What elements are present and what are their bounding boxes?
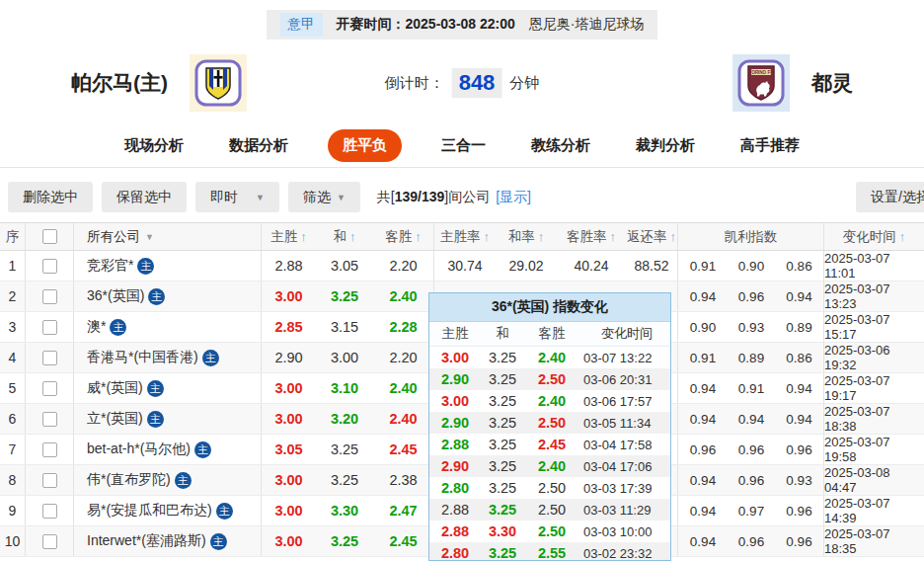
popup-home-odds: 2.80 [429, 542, 481, 561]
kelly-value-3: 0.89 [775, 312, 824, 342]
away-odds[interactable]: 2.40 [373, 373, 434, 403]
countdown-label: 倒计时： [385, 74, 444, 93]
away-odds[interactable]: 2.38 [373, 465, 434, 495]
row-checkbox-cell [26, 435, 74, 464]
row-checkbox[interactable] [42, 259, 57, 274]
home-odds[interactable]: 3.05 [262, 435, 316, 464]
delete-selected-button[interactable]: 删除选中 [8, 182, 93, 212]
kelly-value-3: 0.96 [775, 526, 824, 556]
row-checkbox[interactable] [42, 289, 57, 304]
home-odds[interactable]: 3.00 [262, 465, 316, 495]
instant-dropdown[interactable]: 即时▼ [195, 182, 279, 212]
col-draw-odds[interactable]: 和↑ [316, 223, 373, 250]
popup-change-time: 03-02 23:32 [579, 542, 670, 561]
draw-odds[interactable]: 3.25 [316, 526, 373, 556]
tab-6[interactable]: 裁判分析 [630, 129, 701, 162]
row-checkbox[interactable] [42, 351, 57, 365]
home-odds[interactable]: 2.88 [262, 251, 316, 280]
row-checkbox[interactable] [42, 473, 57, 488]
company-name[interactable]: 香港马*(中国香港)主 [74, 343, 262, 372]
col-home-rate[interactable]: 主胜率↑ [434, 223, 496, 250]
popup-row: 2.883.252.5003-03 11:29 [429, 499, 670, 521]
home-team: 帕尔马(主) [71, 54, 247, 112]
row-checkbox[interactable] [42, 412, 57, 427]
draw-odds[interactable]: 3.00 [316, 343, 373, 372]
draw-odds[interactable]: 3.10 [316, 373, 373, 403]
tab-2[interactable]: 数据分析 [223, 129, 294, 162]
row-seq: 5 [0, 373, 26, 403]
away-odds[interactable]: 2.45 [373, 435, 434, 464]
kelly-value-3: 0.86 [775, 251, 824, 280]
company-name[interactable]: Interwet*(塞浦路斯)主 [74, 526, 262, 556]
col-return-rate[interactable]: 返还率↑ [626, 223, 678, 250]
tab-7[interactable]: 高手推荐 [734, 129, 806, 162]
filter-dropdown[interactable]: 筛选▼ [288, 182, 360, 212]
away-odds[interactable]: 2.47 [373, 496, 434, 525]
tab-4[interactable]: 三合一 [435, 129, 492, 162]
company-name[interactable]: 立*(英国)主 [74, 404, 262, 434]
keep-selected-button[interactable]: 保留选中 [102, 182, 187, 212]
show-link[interactable]: [显示] [496, 189, 531, 206]
col-away-rate[interactable]: 客胜率↑ [557, 223, 626, 250]
venue-label: 恩尼奥·塔迪尼球场 [529, 16, 645, 34]
league-badge[interactable]: 意甲 [280, 13, 323, 37]
settings-button[interactable]: 设置/选择 [856, 182, 924, 212]
kelly-value-2: 0.97 [728, 496, 775, 525]
away-odds[interactable]: 2.40 [373, 281, 434, 311]
row-checkbox[interactable] [42, 381, 57, 396]
tab-3[interactable]: 胜平负 [328, 129, 402, 162]
index-change-popup: 36*(英国) 指数变化 主胜 和 客胜 变化时间 3.003.252.4003… [428, 292, 671, 561]
company-name[interactable]: 36*(英国)主 [74, 281, 262, 311]
away-odds[interactable]: 2.40 [373, 404, 434, 434]
home-team-logo [190, 54, 247, 112]
company-name[interactable]: 竞彩官*主 [74, 251, 262, 280]
draw-odds[interactable]: 3.25 [316, 465, 373, 495]
home-odds[interactable]: 3.00 [262, 373, 316, 403]
col-away-odds[interactable]: 客胜↑ [373, 223, 434, 250]
kelly-value-2: 0.93 [728, 312, 775, 342]
company-name[interactable]: 伟*(直布罗陀)主 [74, 465, 262, 495]
home-odds[interactable]: 2.90 [262, 343, 316, 372]
popup-draw-odds: 3.25 [481, 412, 524, 434]
company-name[interactable]: bet-at-h*(马尔他)主 [74, 435, 262, 464]
col-company[interactable]: 所有公司▼ [74, 223, 262, 250]
draw-odds[interactable]: 3.15 [316, 312, 373, 342]
home-odds[interactable]: 2.85 [262, 312, 316, 342]
select-all-checkbox[interactable] [42, 229, 57, 244]
home-odds[interactable]: 3.00 [262, 281, 316, 311]
host-badge-icon: 主 [110, 319, 126, 336]
away-odds[interactable]: 2.20 [373, 343, 434, 372]
tab-5[interactable]: 教练分析 [525, 129, 596, 162]
draw-odds[interactable]: 3.25 [316, 435, 373, 464]
chevron-down-icon: ▼ [337, 193, 346, 202]
draw-odds[interactable]: 3.25 [316, 281, 373, 311]
draw-odds[interactable]: 3.30 [316, 496, 373, 525]
away-odds[interactable]: 2.28 [373, 312, 434, 342]
odds-row: 1竞彩官*主2.883.052.2030.7429.0240.2488.520.… [0, 251, 924, 281]
draw-odds[interactable]: 3.20 [316, 404, 373, 434]
row-checkbox[interactable] [42, 534, 57, 549]
home-odds[interactable]: 3.00 [262, 496, 316, 525]
company-name[interactable]: 澳*主 [74, 312, 262, 342]
draw-odds[interactable]: 3.05 [316, 251, 373, 280]
company-name[interactable]: 威*(英国)主 [74, 373, 262, 403]
row-checkbox-cell [26, 373, 74, 403]
col-draw-rate[interactable]: 和率↑ [496, 223, 557, 250]
rate-value-4: 88.52 [626, 251, 678, 280]
home-odds[interactable]: 3.00 [262, 404, 316, 434]
away-odds[interactable]: 2.20 [373, 251, 434, 280]
chevron-down-icon: ▼ [256, 193, 265, 202]
col-change-time[interactable]: 变化时间↑ [824, 223, 924, 250]
row-checkbox[interactable] [42, 442, 57, 457]
home-odds[interactable]: 3.00 [262, 526, 316, 556]
row-checkbox[interactable] [42, 320, 57, 335]
kelly-value-2: 0.94 [728, 404, 775, 434]
popup-title: 36*(英国) 指数变化 [429, 293, 670, 322]
company-name[interactable]: 易*(安提瓜和巴布达)主 [74, 496, 262, 525]
tab-1[interactable]: 现场分析 [118, 129, 190, 162]
col-home-odds[interactable]: 主胜↑ [262, 223, 316, 250]
change-time: 2025-03-07 13:23 [824, 281, 924, 311]
row-checkbox[interactable] [42, 504, 57, 519]
sort-up-icon: ↑ [899, 229, 906, 244]
away-odds[interactable]: 2.45 [373, 526, 434, 556]
